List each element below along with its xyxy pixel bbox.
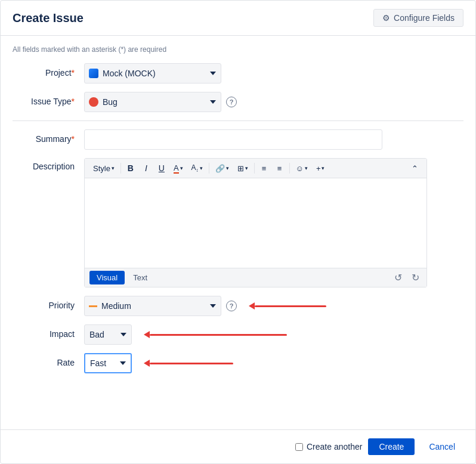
impact-arrow-line [150,334,287,336]
priority-help-icon[interactable]: ? [226,301,237,311]
format-button[interactable]: A↕ [188,161,206,175]
underline-label: U [159,163,165,173]
format-label: A↕ [191,163,199,173]
required-star-3: * [72,134,75,144]
issue-type-select[interactable]: Bug Story Task Epic [84,92,221,112]
toolbar-divider-1 [120,163,121,174]
link-button[interactable]: 🔗 [212,161,233,175]
summary-input[interactable] [84,129,382,150]
priority-select[interactable]: Highest High Medium Low Lowest [84,296,221,316]
priority-arrow-line [255,305,326,307]
more-button[interactable]: + [313,161,329,175]
italic-button[interactable]: I [139,161,153,175]
impact-arrow-head [144,331,150,338]
collapse-toolbar-button[interactable]: ⌃ [407,161,422,175]
emoji-button[interactable]: ☺ [292,161,311,175]
configure-fields-button[interactable]: ⚙ Configure Fields [373,9,463,27]
description-row: Description Style B I [13,158,463,287]
numbered-list-icon: ≡ [277,164,282,173]
dialog-body: All fields marked with an asterisk (*) a… [1,36,475,429]
bullet-list-button[interactable]: ≡ [257,161,271,175]
summary-row: Summary* [13,129,463,150]
rate-select[interactable]: Fast Medium Slow [84,353,132,373]
gear-icon: ⚙ [382,13,390,23]
project-row: Project* Mock (MOCK) [13,63,463,83]
table-icon: ⊞ [237,164,244,173]
summary-control [84,129,463,150]
bullet-list-icon: ≡ [262,164,267,173]
dialog-header: Create Issue ⚙ Configure Fields [1,1,475,36]
bold-label: B [128,163,134,173]
priority-arrow-annotation [249,302,326,310]
numbered-list-button[interactable]: ≡ [273,161,287,175]
priority-red-arrow [249,302,326,310]
priority-control: Highest High Medium Low Lowest ? [84,296,463,316]
style-label: Style [93,164,110,173]
redo-button[interactable]: ↻ [409,271,422,284]
project-control: Mock (MOCK) [84,63,463,83]
issue-type-help-icon[interactable]: ? [226,97,237,107]
issue-type-control: Bug Story Task Epic ? [84,92,463,112]
page-title: Create Issue [13,11,84,25]
create-another-label[interactable]: Create another [295,442,362,451]
create-another-checkbox[interactable] [295,443,303,451]
project-label: Project* [13,63,84,78]
rate-label: Rate [13,353,84,367]
impact-row: Impact Bad Good Neutral [13,324,463,345]
description-label: Description [13,158,84,171]
configure-fields-label: Configure Fields [394,13,455,23]
project-select[interactable]: Mock (MOCK) [84,63,221,83]
visual-tab[interactable]: Visual [89,271,125,284]
required-star-2: * [72,97,75,106]
editor-toolbar: Style B I U A [85,159,426,178]
rate-arrow-annotation [144,360,233,367]
impact-control: Bad Good Neutral [84,324,463,345]
rate-red-arrow [144,360,233,367]
rate-arrow-head [144,360,150,367]
more-icon: + [316,164,321,173]
italic-label: I [145,163,147,173]
create-button[interactable]: Create [368,438,415,455]
priority-arrow-head [249,302,255,310]
color-label: A [174,163,179,174]
issue-type-row: Issue Type* Bug Story Task Epic ? [13,92,463,112]
priority-label: Priority [13,296,84,310]
editor-actions: ↺ ↻ [392,271,422,284]
text-tab[interactable]: Text [126,271,154,284]
emoji-icon: ☺ [296,164,304,173]
bold-button[interactable]: B [123,161,138,175]
description-editor: Style B I U A [84,158,427,287]
impact-red-arrow [144,331,287,338]
description-control: Style B I U A [84,158,463,287]
editor-footer: Visual Text ↺ ↻ [85,268,426,287]
description-text-area[interactable] [85,178,426,268]
link-icon: 🔗 [215,164,225,173]
toolbar-divider-2 [209,163,209,174]
cancel-button[interactable]: Cancel [421,438,463,455]
toolbar-divider-4 [289,163,290,174]
toolbar-divider-3 [254,163,255,174]
issue-type-label: Issue Type* [13,92,84,106]
impact-label: Impact [13,324,84,339]
impact-select[interactable]: Bad Good Neutral [84,324,132,345]
style-dropdown-button[interactable]: Style [89,161,118,175]
dialog-footer: Create another Create Cancel [1,429,475,463]
impact-arrow-annotation [144,331,287,338]
undo-button[interactable]: ↺ [392,271,404,284]
priority-row: Priority Highest High Medium Low Lowest … [13,296,463,316]
required-notice: All fields marked with an asterisk (*) a… [13,45,463,54]
divider [13,120,463,121]
text-color-button[interactable]: A [170,161,187,175]
editor-tabs: Visual Text [89,271,154,284]
table-button[interactable]: ⊞ [234,161,252,175]
create-another-text: Create another [307,442,362,451]
collapse-icon: ⌃ [412,164,418,173]
summary-label: Summary* [13,129,84,144]
rate-arrow-line [150,363,233,364]
rate-control: Fast Medium Slow [84,353,463,373]
rate-row: Rate Fast Medium Slow [13,353,463,373]
underline-button[interactable]: U [154,161,169,175]
required-star: * [72,68,75,78]
create-issue-dialog: Create Issue ⚙ Configure Fields All fiel… [0,0,476,464]
